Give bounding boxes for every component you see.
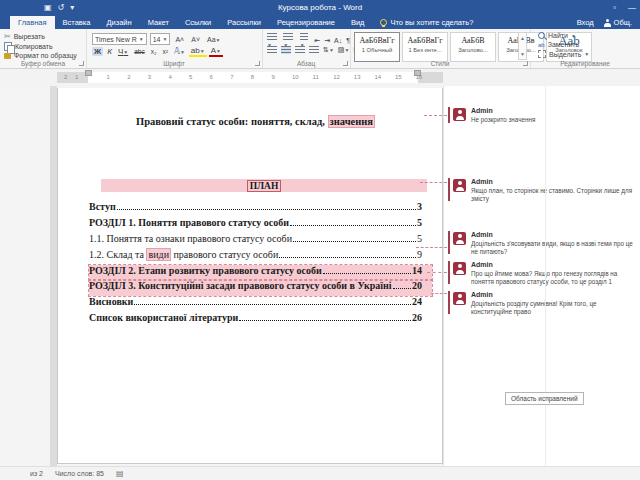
tracked-change-marked-text[interactable]: види (146, 248, 171, 261)
comment[interactable]: AdminДоцільність з'ясовувати види, якщо … (448, 231, 634, 255)
scroll-down-icon[interactable]: ▼ (520, 51, 525, 57)
align-right-button[interactable] (295, 46, 305, 54)
styles-scroll[interactable]: ▲ ▼ (518, 32, 527, 60)
minimize-icon[interactable]: — (628, 3, 636, 12)
comment-author: Admin (471, 178, 634, 186)
scroll-up-icon[interactable]: ▲ (520, 35, 525, 41)
comment[interactable]: AdminЯкщо план, то сторінок не ставимо. … (448, 178, 634, 202)
word-count[interactable]: Число слов: 85 (55, 470, 104, 477)
sign-in-link[interactable]: Вход (577, 18, 594, 27)
tracked-change-marked-text[interactable]: значення (328, 115, 375, 128)
toc-entry[interactable]: Вступ3 (89, 201, 422, 217)
copy-icon (4, 42, 12, 51)
subscript-button[interactable]: x₂ (149, 48, 159, 55)
comment[interactable]: AdminНе розкрито значення (448, 107, 634, 124)
window-title: Курсова робота - Word (0, 3, 640, 12)
window-controls: ▫ — (613, 0, 636, 15)
bold-button[interactable]: Ж (92, 47, 103, 56)
select-button[interactable]: Выделить▼ (538, 50, 589, 58)
document-area: Правовий статус особи: поняття, склад, з… (0, 86, 640, 466)
tab-Рассылки[interactable]: Рассылки (219, 16, 269, 29)
status-bar: из 2 Число слов: 85 ▤ (0, 466, 640, 480)
comment-text: Не розкрито значення (471, 116, 634, 124)
font-name-select[interactable]: Times New R▼ (92, 33, 147, 45)
ruler-row: 2112345678910111213141516 (0, 69, 640, 86)
style-card[interactable]: АаБбВвГг1 Без инте... (402, 32, 448, 62)
italic-button[interactable]: К (105, 47, 114, 56)
text-effects-button[interactable]: 𝔸▼ (172, 47, 187, 56)
toc-entry[interactable]: РОЗДІЛ 1. Поняття правового статусу особ… (89, 217, 422, 233)
comment-author: Admin (471, 291, 634, 299)
style-card[interactable]: АаБбВЗаголово... (450, 32, 496, 62)
tab-Рецензирование[interactable]: Рецензирование (269, 16, 343, 29)
tab-Вид[interactable]: Вид (343, 16, 373, 29)
share-button[interactable]: Общ. (604, 18, 632, 27)
word-window: ▣ ↺ ▾ Курсова робота - Word ▫ — ГлавнаяВ… (0, 0, 640, 480)
ribbon-options-icon[interactable]: ▫ (613, 3, 616, 12)
style-card[interactable]: АаБбВвГг1 Обычный (354, 32, 400, 62)
tell-me-box[interactable]: Что вы хотите сделать? (380, 18, 473, 29)
comment-text: Про що йтиме мова? Якщо про генезу погля… (471, 270, 634, 285)
shading-button[interactable]: ▨▼ (338, 46, 350, 54)
replace-button[interactable]: ab Заменить (538, 41, 589, 48)
replace-icon: ab (538, 42, 545, 48)
shrink-font-button[interactable]: A˅ (189, 36, 202, 43)
find-button[interactable]: Найти▼ (538, 32, 589, 39)
decrease-indent-button[interactable]: ⇤ (314, 37, 320, 45)
toc-page-number: 5 (417, 233, 422, 244)
dialog-launcher-icon[interactable] (523, 61, 528, 66)
tab-Макет[interactable]: Макет (140, 16, 177, 29)
sort-button[interactable]: А↓ (334, 37, 342, 44)
highlight-color-button[interactable]: ab▼ (189, 46, 207, 57)
proofing-icon[interactable]: ▤ (116, 469, 124, 478)
toc-entry[interactable]: РОЗДІЛ 3. Конституційні засади правового… (89, 280, 432, 296)
dialog-launcher-icon[interactable] (79, 61, 84, 66)
titlebar: ▣ ↺ ▾ Курсова робота - Word ▫ — (0, 0, 640, 15)
increase-indent-button[interactable]: ⇥ (324, 37, 330, 45)
comment[interactable]: AdminПро що йтиме мова? Якщо про генезу … (448, 261, 634, 285)
comment-connector (416, 247, 447, 248)
tab-Дизайн[interactable]: Дизайн (98, 16, 139, 29)
revisions-pane-button[interactable]: Область исправлений (505, 392, 584, 405)
font-group: Times New R▼ 14▼ A˄ A˅ Aa▼ Ж К Ч▼ abc x₂… (86, 29, 263, 68)
toc-entry[interactable]: 1.2. Склад та види правового статусу осо… (89, 249, 422, 265)
dialog-launcher-icon[interactable] (255, 61, 260, 66)
copy-button[interactable]: Копировать (4, 42, 53, 51)
toc-entry[interactable]: Висновки24 (89, 296, 422, 312)
grow-font-button[interactable]: A˄ (173, 36, 186, 43)
font-size-select[interactable]: 14▼ (150, 33, 171, 45)
superscript-button[interactable]: x² (161, 48, 170, 55)
avatar (453, 292, 466, 305)
line-spacing-button[interactable]: ⇅▼ (323, 46, 334, 54)
underline-button[interactable]: Ч▼ (116, 47, 130, 56)
toc-entry[interactable]: Список використаної літератури26 (89, 312, 422, 328)
horizontal-ruler[interactable]: 2112345678910111213141516 (57, 72, 443, 83)
select-icon (538, 50, 546, 58)
plan-heading[interactable]: ПЛАН (101, 179, 427, 192)
paintbrush-icon (4, 53, 11, 59)
scissors-icon: ✂ (4, 32, 11, 41)
document-page[interactable]: Правовий статус особи: поняття, склад, з… (57, 88, 443, 464)
font-color-button[interactable]: А▼ (209, 46, 223, 57)
tab-Вставка[interactable]: Вставка (55, 16, 99, 29)
strikethrough-button[interactable]: abc (132, 48, 146, 55)
toc-list: Вступ3РОЗДІЛ 1. Поняття правового статус… (89, 201, 422, 328)
change-case-button[interactable]: Aa▼ (205, 36, 223, 43)
dialog-launcher-icon[interactable] (343, 61, 348, 66)
avatar (453, 179, 466, 192)
justify-button[interactable] (309, 46, 319, 54)
align-left-button[interactable] (267, 46, 277, 54)
comment[interactable]: AdminДоцільність розділу сумнівна! Крім … (448, 291, 634, 315)
tab-Ссылки[interactable]: Ссылки (177, 16, 219, 29)
align-center-button[interactable] (281, 46, 291, 54)
indent-marker-left[interactable] (85, 70, 92, 76)
comment-connector (420, 182, 447, 183)
toc-entry[interactable]: РОЗДІЛ 2. Етапи розвитку правового стату… (89, 265, 432, 281)
toc-entry[interactable]: 1.1. Поняття та ознаки правового статусу… (89, 233, 422, 249)
format-painter-button[interactable]: Формат по образцу (4, 52, 77, 59)
comment-author: Admin (471, 261, 634, 269)
page-count[interactable]: из 2 (30, 470, 43, 477)
tab-Главная[interactable]: Главная (10, 16, 55, 29)
cut-button[interactable]: ✂ Вырезать (4, 32, 45, 41)
document-heading[interactable]: Правовий статус особи: поняття, склад, з… (89, 116, 422, 127)
